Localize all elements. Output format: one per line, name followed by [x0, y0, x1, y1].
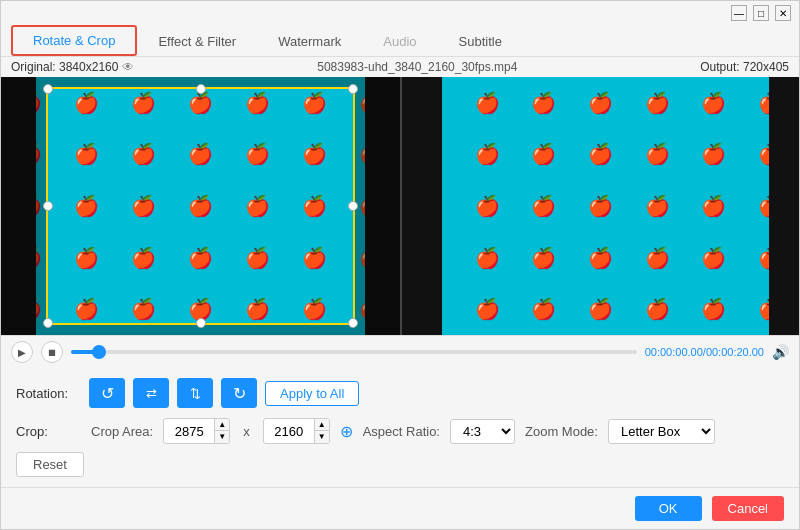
- right-apple-pattern: 🍎 🍎 🍎 🍎 🍎 🍎 🍎 🍎 🍎 🍎 🍎 🍎 🍎 🍎 🍎 🍎 🍎 🍎 🍎: [402, 77, 799, 335]
- left-apple-pattern: 🍎 🍎 🍎 🍎 🍎 🍎 🍎 🍎 🍎 🍎 🍎 🍎 🍎 🍎 🍎 🍎 🍎 🍎 🍎: [1, 77, 400, 335]
- apple-cell: 🍎: [229, 77, 286, 129]
- total-time: 00:00:20.00: [706, 346, 764, 358]
- apple-cell: 🍎: [229, 180, 286, 232]
- volume-icon[interactable]: 🔊: [772, 344, 789, 360]
- rotation-row: Rotation: ↺ ⇄ ⇅ ↻ Apply to All: [16, 378, 784, 408]
- crop-height-up[interactable]: ▲: [315, 419, 329, 431]
- apple-cell: 🍎: [286, 283, 343, 335]
- tab-watermark[interactable]: Watermark: [257, 27, 362, 55]
- apple-cell: 🍎: [572, 180, 629, 232]
- crop-height-input[interactable]: [264, 421, 314, 442]
- apple-cell: 🍎: [572, 77, 629, 129]
- apple-cell: 🍎: [459, 180, 516, 232]
- zoom-mode-label: Zoom Mode:: [525, 424, 598, 439]
- cancel-button[interactable]: Cancel: [712, 496, 784, 521]
- timeline-thumb[interactable]: [92, 345, 106, 359]
- apple-cell: 🍎: [686, 232, 743, 284]
- zoom-mode-select[interactable]: Letter Box Pan & Scan Full Screen: [608, 419, 715, 444]
- apple-cell: 🍎: [629, 129, 686, 181]
- aspect-ratio-label: Aspect Ratio:: [363, 424, 440, 439]
- close-button[interactable]: ✕: [775, 5, 791, 21]
- footer: OK Cancel: [1, 487, 799, 529]
- apply-to-all-button[interactable]: Apply to All: [265, 381, 359, 406]
- apple-cell: 🍎: [572, 283, 629, 335]
- crop-width-input[interactable]: [164, 421, 214, 442]
- maximize-button[interactable]: □: [753, 5, 769, 21]
- apple-cell: 🍎: [459, 77, 516, 129]
- video-area: 🍎 🍎 🍎 🍎 🍎 🍎 🍎 🍎 🍎 🍎 🍎 🍎 🍎 🍎 🍎 🍎 🍎 🍎 🍎: [1, 77, 799, 335]
- tab-subtitle[interactable]: Subtitle: [438, 27, 523, 55]
- crop-width-up[interactable]: ▲: [215, 419, 229, 431]
- right-black-bar: [365, 77, 400, 335]
- crop-height-spinners: ▲ ▼: [314, 419, 329, 443]
- time-display: 00:00:00.00/00:00:20.00: [645, 346, 764, 358]
- apple-cell: 🍎: [172, 129, 229, 181]
- apple-cell: 🍎: [58, 283, 115, 335]
- crop-area-label: Crop Area:: [91, 424, 153, 439]
- rotation-label: Rotation:: [16, 386, 81, 401]
- apple-cell: 🍎: [515, 283, 572, 335]
- apple-cell: 🍎: [459, 232, 516, 284]
- crop-width-input-group: ▲ ▼: [163, 418, 230, 444]
- apple-cell: 🍎: [686, 77, 743, 129]
- apple-cell: 🍎: [229, 129, 286, 181]
- timeline-track[interactable]: [71, 350, 637, 354]
- minimize-button[interactable]: —: [731, 5, 747, 21]
- apple-cell: 🍎: [115, 180, 172, 232]
- apple-cell: 🍎: [115, 129, 172, 181]
- tab-bar: Rotate & Crop Effect & Filter Watermark …: [1, 25, 799, 57]
- apple-cell: 🍎: [629, 232, 686, 284]
- reset-button[interactable]: Reset: [16, 452, 84, 477]
- tab-rotate-crop[interactable]: Rotate & Crop: [11, 25, 137, 56]
- timeline-bar: ▶ ⏹ 00:00:00.00/00:00:20.00 🔊: [1, 335, 799, 368]
- crop-label: Crop:: [16, 424, 81, 439]
- apple-cell: 🍎: [58, 232, 115, 284]
- right-video-panel: 🍎 🍎 🍎 🍎 🍎 🍎 🍎 🍎 🍎 🍎 🍎 🍎 🍎 🍎 🍎 🍎 🍎 🍎 🍎: [400, 77, 799, 335]
- crop-width-down[interactable]: ▼: [215, 431, 229, 443]
- apple-cell: 🍎: [58, 77, 115, 129]
- apple-cell: 🍎: [459, 129, 516, 181]
- apple-cell: 🍎: [58, 129, 115, 181]
- apple-cell: 🍎: [115, 77, 172, 129]
- apple-cell: 🍎: [286, 232, 343, 284]
- rotate-left-button[interactable]: ↺: [89, 378, 125, 408]
- apple-cell: 🍎: [515, 129, 572, 181]
- apple-cell: 🍎: [572, 232, 629, 284]
- output-resolution: Output: 720x405: [700, 60, 789, 74]
- apple-cell: 🍎: [629, 180, 686, 232]
- x-separator: x: [243, 424, 250, 439]
- ok-button[interactable]: OK: [635, 496, 702, 521]
- tab-effect-filter[interactable]: Effect & Filter: [137, 27, 257, 55]
- left-video-panel: 🍎 🍎 🍎 🍎 🍎 🍎 🍎 🍎 🍎 🍎 🍎 🍎 🍎 🍎 🍎 🍎 🍎 🍎 🍎: [1, 77, 400, 335]
- apple-cell: 🍎: [229, 283, 286, 335]
- filename: 5083983-uhd_3840_2160_30fps.mp4: [134, 60, 700, 74]
- crop-width-spinners: ▲ ▼: [214, 419, 229, 443]
- apple-cell: 🍎: [286, 180, 343, 232]
- apple-cell: 🍎: [172, 232, 229, 284]
- info-bar: Original: 3840x2160 👁 5083983-uhd_3840_2…: [1, 57, 799, 77]
- apple-cell: 🍎: [58, 180, 115, 232]
- original-resolution: Original: 3840x2160: [11, 60, 118, 74]
- apple-cell: 🍎: [172, 283, 229, 335]
- apple-cell: 🍎: [172, 77, 229, 129]
- apple-cell: 🍎: [172, 180, 229, 232]
- apple-cell: 🍎: [629, 283, 686, 335]
- crop-height-down[interactable]: ▼: [315, 431, 329, 443]
- apple-cell: 🍎: [515, 77, 572, 129]
- flip-horizontal-button[interactable]: ⇄: [133, 378, 169, 408]
- flip-vertical-button[interactable]: ⇅: [177, 378, 213, 408]
- apple-cell: 🍎: [686, 180, 743, 232]
- move-icon[interactable]: ⊕: [340, 422, 353, 441]
- aspect-ratio-select[interactable]: 4:3 16:9 1:1 Free: [450, 419, 515, 444]
- apple-cell: 🍎: [515, 180, 572, 232]
- eye-icon[interactable]: 👁: [122, 60, 134, 74]
- apple-cell: 🍎: [229, 232, 286, 284]
- play-button[interactable]: ▶: [11, 341, 33, 363]
- apple-cell: 🍎: [115, 283, 172, 335]
- apple-cell: 🍎: [459, 283, 516, 335]
- controls-area: Rotation: ↺ ⇄ ⇅ ↻ Apply to All Crop: Cro…: [1, 368, 799, 487]
- tab-audio: Audio: [362, 27, 437, 55]
- rotate-right-button[interactable]: ↻: [221, 378, 257, 408]
- stop-button[interactable]: ⏹: [41, 341, 63, 363]
- apple-cell: 🍎: [686, 129, 743, 181]
